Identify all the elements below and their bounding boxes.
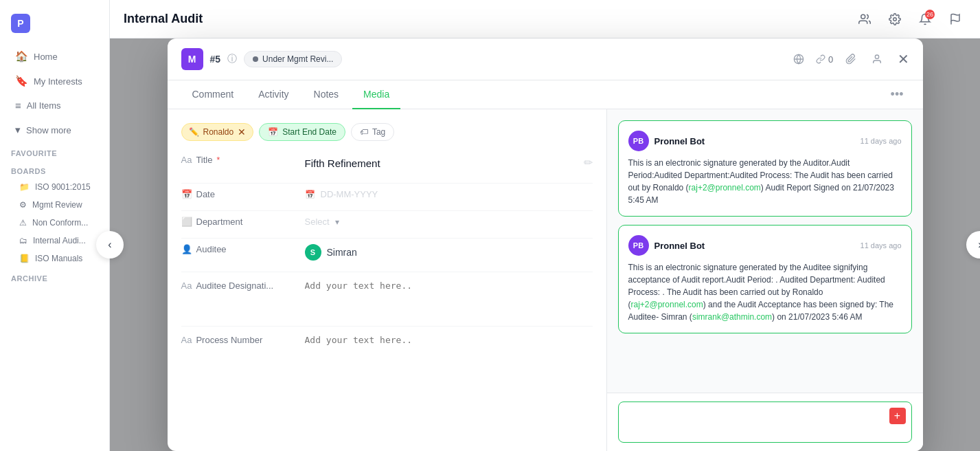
svg-point-5 — [875, 55, 878, 58]
modal-item-avatar: M — [181, 48, 203, 70]
folder-icon: 🗂 — [19, 236, 27, 245]
sidebar-item-label: My Interests — [34, 76, 82, 87]
modal-comments-panel: PB Pronnel Bot 11 days ago This is an el… — [607, 109, 923, 451]
date-label: 📅 Date — [181, 189, 298, 199]
comment-input-area: + — [607, 393, 923, 451]
calendar-icon: 📅 — [268, 127, 278, 137]
tag-icon: 🏷 — [360, 127, 368, 137]
settings-icon-button[interactable] — [884, 8, 906, 30]
sidebar-item-internal-audit[interactable]: 🗂 Internal Audi... — [0, 232, 109, 250]
main-area: Internal Audit — [110, 0, 980, 451]
modal-form: ✏️ Ronaldo ✕ 📅 Start End Date 🏷 Tag — [168, 109, 607, 451]
sidebar-item-show-more[interactable]: ▾ Show more — [4, 118, 105, 142]
sidebar-item-iso-manuals[interactable]: 📒 ISO Manuals — [0, 250, 109, 267]
tab-comment[interactable]: Comment — [181, 80, 245, 109]
sidebar-item-mgmt-review[interactable]: ⚙ Mgmt Review — [0, 196, 109, 214]
svg-point-1 — [893, 17, 897, 21]
status-dot — [253, 56, 258, 62]
department-icon: ⬜ — [181, 217, 192, 227]
modal-close-button[interactable]: ✕ — [898, 51, 909, 67]
comment-input-box[interactable]: + — [618, 402, 912, 443]
process-number-field-row: Aa Process Number — [181, 332, 593, 369]
sidebar-item-label: All Items — [27, 100, 61, 111]
link-count-button[interactable]: 0 — [815, 50, 834, 69]
tab-more-button[interactable]: ••• — [885, 82, 909, 107]
comment-link-2b[interactable]: simrank@athmin.com — [692, 312, 772, 322]
tab-activity[interactable]: Activity — [247, 80, 299, 109]
topbar: Internal Audit — [110, 0, 980, 38]
notifications-icon-button[interactable]: 26 — [914, 8, 936, 30]
auditee-value: Simran — [327, 247, 357, 258]
sidebar-section-boards: Boards — [0, 160, 109, 178]
text-field-icon3: Aa — [181, 335, 192, 345]
sidebar-sub-label: Internal Audi... — [33, 236, 86, 245]
auditee-designation-input[interactable] — [305, 278, 593, 312]
sidebar-sub-label: Mgmt Review — [32, 200, 82, 210]
folder-icon: 📁 — [19, 182, 30, 192]
tag-button[interactable]: 🏷 Tag — [351, 123, 394, 141]
sidebar-item-all-items[interactable]: ≡ All Items — [4, 94, 105, 117]
title-label: Aa Title * — [181, 155, 298, 165]
sidebar: P 🏠 Home 🔖 My Interests ≡ All Items ▾ Sh… — [0, 0, 110, 451]
user-field-icon: 👤 — [181, 244, 192, 254]
attachment-icon-button[interactable] — [841, 50, 861, 69]
comment-card-1: PB Pronnel Bot 11 days ago This is an el… — [618, 120, 912, 217]
comment-link-2a[interactable]: raj+2@pronnel.com — [631, 300, 703, 309]
modal-body: ✏️ Ronaldo ✕ 📅 Start End Date 🏷 Tag — [168, 109, 923, 451]
people-icon-button[interactable] — [854, 8, 876, 30]
add-comment-button[interactable]: + — [889, 408, 906, 424]
comment-body-1: This is an electronic signature generate… — [628, 157, 902, 206]
app-logo: P — [0, 8, 109, 44]
sidebar-item-home[interactable]: 🏠 Home — [4, 45, 105, 68]
modal-header: M #5 ⓘ Under Mgmt Revi... — [168, 38, 923, 80]
assignee-label: Ronaldo — [203, 127, 234, 137]
comment-card-2: PB Pronnel Bot 11 days ago This is an el… — [618, 225, 912, 333]
department-field-row: ⬜ Department Select ▾ — [181, 217, 593, 227]
modal-header-icons: 0 — [789, 50, 887, 69]
chevron-down-icon: ▾ — [15, 124, 21, 136]
sidebar-sub-label: Non Conform... — [32, 218, 88, 228]
page-title: Internal Audit — [124, 12, 845, 26]
modal-dialog: M #5 ⓘ Under Mgmt Revi... — [168, 38, 923, 451]
sidebar-item-my-interests[interactable]: 🔖 My Interests — [4, 69, 105, 93]
department-placeholder: Select — [305, 217, 330, 227]
form-tags-row: ✏️ Ronaldo ✕ 📅 Start End Date 🏷 Tag — [181, 123, 593, 141]
svg-point-0 — [861, 14, 865, 19]
title-input[interactable] — [305, 155, 584, 172]
topbar-icons: 26 — [854, 8, 966, 30]
start-end-date-button[interactable]: 📅 Start End Date — [259, 123, 345, 141]
text-field-icon2: Aa — [181, 280, 192, 291]
flag-icon-button[interactable] — [944, 8, 966, 30]
comment-link-1[interactable]: raj+2@pronnel.com — [689, 183, 761, 192]
sidebar-item-iso-9001[interactable]: 📁 ISO 9001:2015 — [0, 178, 109, 196]
user-icon-button[interactable] — [867, 50, 887, 69]
text-field-icon: Aa — [181, 155, 192, 165]
comment-author-1: Pronnel Bot — [654, 136, 855, 146]
auditee-designation-field-row: Aa Auditee Designati... — [181, 278, 593, 315]
assignee-chip[interactable]: ✏️ Ronaldo ✕ — [181, 123, 254, 141]
all-items-icon: ≡ — [15, 100, 21, 111]
pronnel-bot-avatar-1: PB — [628, 131, 649, 151]
auditee-avatar: S — [305, 244, 321, 261]
comment-time-2: 11 days ago — [861, 241, 902, 250]
next-arrow-button[interactable]: › — [966, 231, 980, 258]
assignee-icon: ✏️ — [189, 127, 199, 137]
modal-item-id: #5 — [210, 54, 221, 65]
department-select-container[interactable]: Select ▾ — [305, 217, 593, 227]
sidebar-item-non-conform[interactable]: ⚠ Non Conform... — [0, 214, 109, 232]
comment-header-2: PB Pronnel Bot 11 days ago — [628, 235, 902, 256]
process-number-input[interactable] — [305, 332, 593, 366]
modal-status-badge: Under Mgmt Revi... — [244, 51, 342, 67]
sidebar-sub-label: ISO Manuals — [35, 254, 82, 263]
tab-media[interactable]: Media — [352, 80, 400, 109]
auditee-field-row: 👤 Auditee S Simran — [181, 244, 593, 261]
remove-assignee-button[interactable]: ✕ — [238, 126, 246, 138]
globe-icon-button[interactable] — [789, 50, 808, 69]
comment-body-2: This is an electronic signature generate… — [628, 261, 902, 323]
tab-notes[interactable]: Notes — [303, 80, 350, 109]
required-star: * — [216, 155, 220, 165]
sidebar-section-favourite: Favourite — [0, 142, 109, 160]
sidebar-sub-label: ISO 9001:2015 — [35, 182, 91, 192]
home-icon: 🏠 — [15, 50, 28, 63]
prev-arrow-button[interactable]: ‹ — [96, 231, 124, 258]
